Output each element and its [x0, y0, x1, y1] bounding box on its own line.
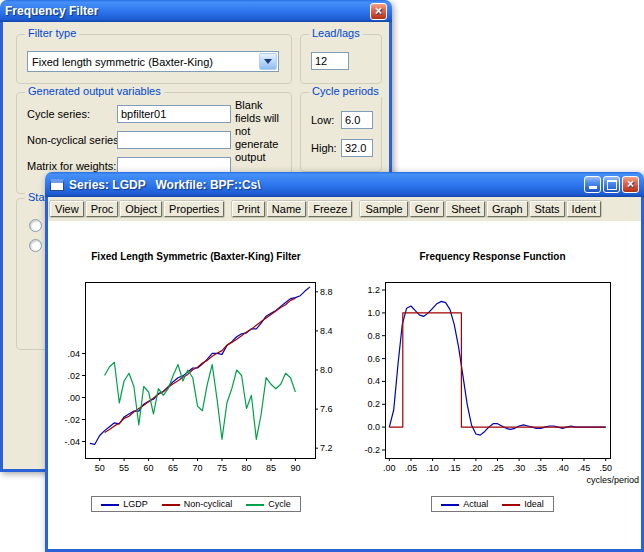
view-button[interactable]: View [50, 201, 84, 217]
filter-type-group: Filter type Fixed length symmetric (Baxt… [16, 34, 292, 84]
svg-text:cycles/period: cycles/period [586, 475, 639, 485]
graph-button[interactable]: Graph [487, 201, 528, 217]
stats-button[interactable]: Stats [530, 201, 565, 217]
graph-area: Fixed Length Symmetric (Baxter-King) Fil… [48, 221, 641, 549]
svg-text:1.2: 1.2 [367, 285, 380, 295]
svg-text:0.2: 0.2 [367, 399, 380, 409]
object-button[interactable]: Object [120, 201, 162, 217]
chart-title: Frequency Response Function [344, 251, 641, 262]
svg-text:-.04: -.04 [64, 437, 80, 447]
svg-text:.00: .00 [383, 463, 396, 473]
toolbar: View Proc Object Properties Print Name F… [48, 197, 641, 221]
svg-text:.00: .00 [67, 393, 80, 403]
chevron-down-icon [264, 59, 272, 64]
genr-button[interactable]: Genr [410, 201, 444, 217]
freeze-button[interactable]: Freeze [308, 201, 352, 217]
bk-filter-plot[interactable]: 505560657075808590.04.02.00-.02-.048.88.… [48, 276, 344, 492]
svg-text:80: 80 [241, 463, 251, 473]
svg-text:65: 65 [168, 463, 178, 473]
bk-filter-chart: Fixed Length Symmetric (Baxter-King) Fil… [48, 251, 344, 512]
svg-text:.02: .02 [67, 371, 80, 381]
svg-text:0.4: 0.4 [367, 376, 380, 386]
svg-text:85: 85 [266, 463, 276, 473]
close-icon[interactable]: × [370, 3, 387, 20]
cycle-periods-group-label: Cycle periods [309, 85, 382, 97]
svg-text:60: 60 [144, 463, 154, 473]
filter-type-group-label: Filter type [25, 27, 79, 39]
svg-text:.04: .04 [67, 349, 80, 359]
svg-text:0.6: 0.6 [367, 354, 380, 364]
svg-text:-0.2: -0.2 [364, 445, 380, 455]
stationarity-radio-1[interactable] [29, 219, 42, 232]
cycle-series-label: Cycle series: [27, 108, 90, 120]
filter-type-value: Fixed length symmetric (Baxter-King) [32, 56, 213, 68]
svg-text:.30: .30 [513, 463, 526, 473]
svg-text:.40: .40 [556, 463, 569, 473]
chart-legend: LGDPNon-cyclicalCycle [91, 496, 301, 512]
series-icon [50, 179, 64, 191]
chart-title: Fixed Length Symmetric (Baxter-King) Fil… [48, 251, 344, 262]
svg-text:.45: .45 [578, 463, 591, 473]
lead-lags-group-label: Lead/lags [309, 27, 363, 39]
svg-text:.20: .20 [470, 463, 483, 473]
lead-lags-input[interactable] [311, 52, 349, 70]
svg-text:90: 90 [290, 463, 300, 473]
legend-item: Actual [441, 499, 488, 509]
svg-text:70: 70 [193, 463, 203, 473]
name-button[interactable]: Name [267, 201, 306, 217]
chart-legend: ActualIdeal [431, 496, 554, 512]
svg-text:7.6: 7.6 [320, 404, 333, 414]
lead-lags-group: Lead/lags [300, 34, 382, 84]
legend-item: LGDP [101, 499, 148, 509]
filter-type-dropdown[interactable]: Fixed length symmetric (Baxter-King) [27, 51, 279, 72]
high-label: High: [311, 142, 337, 154]
dialog-title: Frequency Filter [5, 4, 98, 18]
frequency-response-chart: Frequency Response Function .00.05.10.15… [344, 251, 641, 512]
svg-text:.05: .05 [405, 463, 418, 473]
svg-text:8.8: 8.8 [320, 287, 333, 297]
window-body: View Proc Object Properties Print Name F… [45, 197, 644, 552]
svg-text:0.0: 0.0 [367, 422, 380, 432]
svg-text:-.02: -.02 [64, 415, 80, 425]
dialog-titlebar[interactable]: Frequency Filter × [0, 0, 392, 22]
svg-text:7.2: 7.2 [320, 443, 333, 453]
matrix-weights-label: Matrix for weights: [27, 160, 116, 172]
maximize-icon[interactable] [603, 176, 620, 193]
dropdown-button[interactable] [259, 53, 277, 70]
svg-text:8.0: 8.0 [320, 365, 333, 375]
close-icon[interactable]: × [622, 176, 639, 193]
blank-fields-note: Blank fields will not generate output [235, 99, 287, 164]
low-input[interactable] [341, 111, 373, 129]
svg-text:75: 75 [217, 463, 227, 473]
series-window: Series: LGDP Workfile: BPF::Cs\ × View P… [45, 172, 644, 552]
svg-text:50: 50 [95, 463, 105, 473]
minimize-icon[interactable] [584, 176, 601, 193]
svg-text:55: 55 [119, 463, 129, 473]
svg-text:.35: .35 [535, 463, 548, 473]
noncyclical-series-input[interactable] [117, 131, 231, 149]
svg-text:8.4: 8.4 [320, 326, 333, 336]
output-group-label: Generated output variables [25, 85, 164, 97]
low-label: Low: [311, 114, 334, 126]
svg-text:1.0: 1.0 [367, 308, 380, 318]
svg-text:0.8: 0.8 [367, 331, 380, 341]
stationarity-radio-2[interactable] [29, 239, 42, 252]
proc-button[interactable]: Proc [86, 201, 119, 217]
legend-item: Ideal [502, 499, 544, 509]
svg-text:.25: .25 [491, 463, 504, 473]
print-button[interactable]: Print [232, 201, 265, 217]
sheet-button[interactable]: Sheet [446, 201, 485, 217]
window-titlebar[interactable]: Series: LGDP Workfile: BPF::Cs\ × [45, 172, 644, 197]
window-title: Series: LGDP Workfile: BPF::Cs\ [69, 178, 261, 192]
properties-button[interactable]: Properties [164, 201, 224, 217]
cycle-periods-group: Cycle periods Low: High: [300, 92, 382, 172]
cycle-series-input[interactable] [117, 105, 231, 123]
svg-text:.50: .50 [599, 463, 612, 473]
svg-text:.15: .15 [448, 463, 461, 473]
high-input[interactable] [341, 139, 373, 157]
frequency-response-plot[interactable]: .00.05.10.15.20.25.30.35.40.45.501.21.00… [344, 276, 641, 492]
noncyclical-series-label: Non-cyclical series: [27, 134, 122, 146]
sample-button[interactable]: Sample [360, 201, 407, 217]
ident-button[interactable]: Ident [567, 201, 601, 217]
legend-item: Cycle [246, 499, 291, 509]
